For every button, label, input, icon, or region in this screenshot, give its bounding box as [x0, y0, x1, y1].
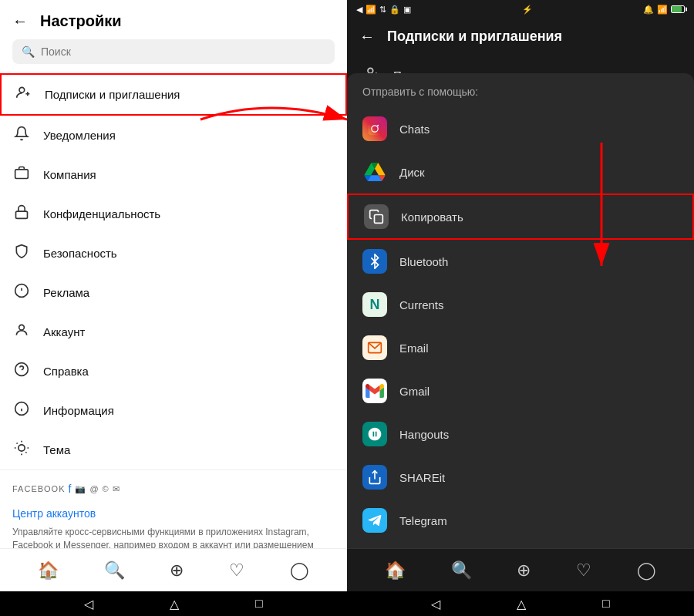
- info-icon: [12, 401, 31, 420]
- bluetooth-icon: [362, 249, 387, 274]
- drive-label: Диск: [399, 166, 425, 179]
- nav-add[interactable]: ⊕: [170, 560, 184, 581]
- svg-point-0: [19, 87, 25, 93]
- right-nav-add[interactable]: ⊕: [517, 560, 531, 581]
- menu-item-notifications[interactable]: Уведомления: [0, 116, 347, 155]
- menu-item-theme[interactable]: Тема: [0, 430, 347, 470]
- android-back-right[interactable]: ◁: [431, 597, 440, 611]
- nav-search[interactable]: 🔍: [104, 560, 125, 581]
- right-back-button[interactable]: ←: [359, 28, 375, 45]
- gmail-icon: [362, 379, 387, 403]
- telegram-icon: [362, 508, 387, 533]
- center-accounts-link[interactable]: Центр аккаунтов: [0, 504, 347, 523]
- right-nav-search[interactable]: 🔍: [451, 560, 472, 581]
- share-item-drive[interactable]: Диск: [347, 150, 694, 194]
- facebook-section: FACEBOOK f 📷@©✉: [0, 470, 347, 504]
- security-icon: [12, 244, 31, 263]
- security-label: Безопасность: [43, 247, 117, 260]
- svg-line-18: [25, 452, 26, 453]
- menu-item-security[interactable]: Безопасность: [0, 234, 347, 273]
- ads-label: Реклама: [43, 286, 89, 299]
- share-item-gmail[interactable]: Gmail: [347, 369, 694, 412]
- email-label: Email: [399, 342, 429, 355]
- share-item-chats[interactable]: Chats: [347, 107, 694, 150]
- android-recents-left[interactable]: □: [255, 597, 263, 611]
- volume-icon: 🔔: [643, 5, 654, 15]
- subscriptions-icon: [14, 85, 32, 104]
- menu-item-ads[interactable]: Реклама: [0, 273, 347, 312]
- hangouts-label: Hangouts: [399, 428, 449, 441]
- notifications-label: Уведомления: [43, 129, 116, 142]
- android-home-left[interactable]: △: [170, 597, 179, 611]
- account-icon: [12, 322, 31, 342]
- svg-rect-4: [16, 211, 28, 218]
- copy-icon: [364, 204, 389, 229]
- currents-label: Currents: [399, 298, 444, 311]
- svg-point-14: [19, 445, 25, 451]
- share-item-currents[interactable]: N Currents: [347, 283, 694, 326]
- right-nav-heart[interactable]: ♡: [576, 560, 591, 581]
- notification-dot: ▣: [403, 5, 411, 15]
- copy-label: Копировать: [401, 210, 463, 224]
- menu-item-company[interactable]: Компания: [0, 155, 347, 194]
- share-item-copy[interactable]: Копировать: [347, 194, 694, 240]
- right-panel: ◀ 📶 ⇅ 🔒 ▣ ⚡ 🔔 📶 ← Подписки и приглашения: [347, 0, 694, 616]
- nav-home[interactable]: 🏠: [38, 560, 59, 581]
- android-home-right[interactable]: △: [517, 597, 526, 611]
- right-nav-home[interactable]: 🏠: [385, 560, 406, 581]
- theme-label: Тема: [43, 443, 70, 456]
- share-item-bluetooth[interactable]: Bluetooth: [347, 240, 694, 283]
- nav-heart[interactable]: ♡: [229, 560, 244, 581]
- left-title: Настройки: [40, 12, 122, 30]
- data-icon: ⇅: [379, 5, 386, 15]
- svg-rect-31: [369, 123, 382, 136]
- gmail-label: Gmail: [399, 385, 430, 398]
- share-item-shareit[interactable]: SHAREit: [347, 456, 694, 499]
- left-bottom-nav: 🏠 🔍 ⊕ ♡ ◯: [0, 548, 347, 591]
- svg-point-22: [368, 68, 373, 73]
- svg-rect-3: [15, 170, 29, 179]
- chats-label: Chats: [399, 123, 430, 136]
- right-nav-profile[interactable]: ◯: [637, 560, 656, 581]
- left-back-button[interactable]: ←: [12, 12, 28, 30]
- company-icon: [12, 165, 31, 184]
- share-dialog-title: Отправить с помощью:: [347, 86, 694, 107]
- share-item-email[interactable]: Email: [347, 326, 694, 369]
- lock-icon: 🔒: [389, 5, 400, 15]
- charging-icon: ⚡: [522, 5, 533, 15]
- right-title: Подписки и приглашения: [387, 29, 562, 45]
- left-header: ← Настройки: [0, 0, 347, 39]
- svg-line-17: [17, 443, 18, 444]
- drive-icon: [362, 160, 387, 184]
- share-item-telegram[interactable]: Telegram: [347, 499, 694, 542]
- menu-item-account[interactable]: Аккаунт: [0, 312, 347, 352]
- nav-profile[interactable]: ◯: [290, 560, 309, 581]
- privacy-icon: [12, 204, 31, 224]
- battery-indicator: [671, 5, 685, 13]
- signal-icon: ◀: [356, 5, 362, 15]
- android-back-left[interactable]: ◁: [84, 597, 93, 611]
- currents-icon: N: [362, 292, 387, 317]
- menu-item-privacy[interactable]: Конфиденциальность: [0, 194, 347, 234]
- email-icon: [362, 335, 387, 360]
- svg-rect-34: [375, 215, 383, 224]
- share-item-hangouts[interactable]: Hangouts: [347, 412, 694, 456]
- left-menu-list: Подписки и приглашения Уведомления Компа…: [0, 73, 347, 548]
- account-label: Аккаунт: [43, 325, 85, 338]
- help-icon: [12, 362, 31, 381]
- facebook-label: FACEBOOK f 📷@©✉: [12, 483, 335, 495]
- menu-item-help[interactable]: Справка: [0, 352, 347, 391]
- shareit-label: SHAREit: [399, 471, 445, 484]
- status-right: 🔔 📶: [643, 5, 685, 15]
- shareit-icon: [362, 465, 387, 490]
- search-input[interactable]: [41, 45, 325, 58]
- android-recents-right[interactable]: □: [602, 597, 610, 611]
- menu-item-info[interactable]: Информация: [0, 391, 347, 430]
- right-bottom-nav: 🏠 🔍 ⊕ ♡ ◯: [347, 548, 694, 591]
- facebook-description: Управляйте кросс-сервисными функциями в …: [0, 523, 347, 548]
- status-left: ◀ 📶 ⇅ 🔒 ▣: [356, 5, 411, 15]
- right-android-nav: ◁ △ □: [347, 591, 694, 616]
- wifi-icon: 📶: [366, 5, 376, 15]
- left-android-nav: ◁ △ □: [0, 591, 347, 616]
- menu-item-subscriptions[interactable]: Подписки и приглашения: [0, 73, 347, 116]
